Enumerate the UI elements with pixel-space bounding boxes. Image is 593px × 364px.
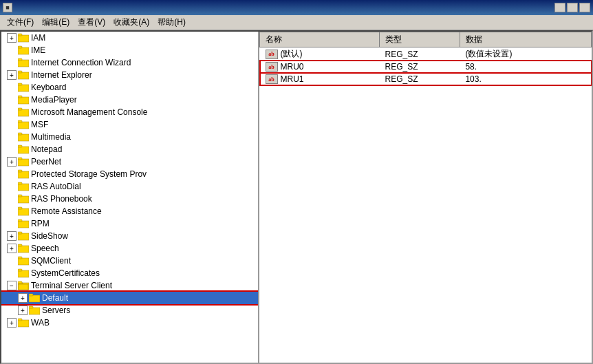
folder-icon-ime <box>18 45 29 55</box>
tree-item-sideshow[interactable]: + SideShow <box>1 230 258 242</box>
minimize-button[interactable] <box>554 3 565 12</box>
svg-rect-49 <box>18 319 22 321</box>
svg-rect-31 <box>18 220 22 222</box>
reg-cell-type-mru1-row: REG_SZ <box>380 73 460 85</box>
svg-rect-19 <box>18 145 22 147</box>
tree-item-sqmclient[interactable]: SQMClient <box>1 255 258 267</box>
svg-rect-24 <box>18 184 29 191</box>
expander-ie[interactable]: + <box>7 70 17 80</box>
tree-item-label-tsclient: Terminal Server Client <box>31 281 112 290</box>
tree-item-mmc[interactable]: Microsoft Management Console <box>1 106 258 118</box>
svg-rect-25 <box>18 182 22 184</box>
expander-sideshow[interactable]: + <box>7 231 17 241</box>
svg-rect-17 <box>18 133 22 135</box>
folder-icon-iam <box>18 33 29 43</box>
reg-row-mru0-row[interactable]: abMRU0REG_SZ58. <box>260 61 592 73</box>
svg-rect-33 <box>18 232 22 234</box>
tree-item-wab[interactable]: + WAB <box>1 317 258 329</box>
tree-item-tsclient[interactable]: − Terminal Server Client <box>1 279 258 292</box>
app-icon: ■ <box>3 3 12 12</box>
svg-rect-12 <box>18 109 29 116</box>
expander-placeholder-systemcerts <box>7 268 17 278</box>
reg-row-mru1-row[interactable]: abMRU1REG_SZ103. <box>260 73 592 85</box>
expander-servers[interactable]: + <box>18 306 28 315</box>
tree-item-rasphonebook[interactable]: RAS Phonebook <box>1 193 258 205</box>
maximize-button[interactable] <box>567 3 578 12</box>
tree-item-peernet[interactable]: + PeerNet <box>1 156 258 168</box>
tree-item-ie[interactable]: + Internet Explorer <box>1 69 258 81</box>
svg-rect-9 <box>18 83 22 85</box>
expander-speech[interactable]: + <box>7 244 17 253</box>
tree-item-keyboard[interactable]: Keyboard <box>1 81 258 94</box>
tree-item-label-multimedia: Multimedia <box>31 132 71 142</box>
expander-tsclient[interactable]: − <box>7 281 17 290</box>
tree-item-servers[interactable]: + Servers <box>1 304 258 317</box>
tree-item-mediaplayer[interactable]: MediaPlayer <box>1 94 258 106</box>
svg-rect-11 <box>18 96 22 98</box>
reg-cell-data-mru0-row: 58. <box>460 61 591 73</box>
svg-rect-22 <box>18 171 29 178</box>
expander-placeholder-mmc <box>7 107 17 117</box>
reg-row-default-row[interactable]: ab(默认)REG_SZ(数值未设置) <box>260 47 592 61</box>
folder-icon-pssp <box>18 169 29 179</box>
svg-rect-36 <box>18 258 29 265</box>
expander-placeholder-pssp <box>7 169 17 179</box>
menu-item-file[interactable]: 文件(F) <box>3 15 38 30</box>
tree-item-label-default: Default <box>42 293 68 303</box>
svg-rect-20 <box>18 159 29 166</box>
tree-item-label-pssp: Protected Storage System Prov <box>31 169 147 179</box>
tree-item-notepad[interactable]: Notepad <box>1 143 258 156</box>
tree-item-systemcerts[interactable]: SystemCertificates <box>1 267 258 279</box>
reg-cell-name-default-row: ab(默认) <box>260 47 380 61</box>
tree-item-label-rasautodial: RAS AutoDial <box>31 182 81 191</box>
svg-rect-48 <box>18 320 29 327</box>
reg-cell-type-mru0-row: REG_SZ <box>380 61 460 73</box>
tree-item-label-servers: Servers <box>42 306 70 315</box>
tree-item-rasautodial[interactable]: RAS AutoDial <box>1 180 258 193</box>
svg-rect-27 <box>18 195 22 197</box>
type-icon-default-row: ab <box>266 50 278 59</box>
expander-wab[interactable]: + <box>7 318 17 328</box>
folder-icon-wab <box>18 318 29 328</box>
tree-item-pssp[interactable]: Protected Storage System Prov <box>1 168 258 180</box>
folder-icon-servers <box>29 306 40 315</box>
expander-placeholder-rasphonebook <box>7 194 17 204</box>
svg-rect-32 <box>18 233 29 240</box>
reg-name-label-default-row: (默认) <box>281 48 303 60</box>
tree-item-label-sqmclient: SQMClient <box>31 256 71 266</box>
tree-item-ime[interactable]: IME <box>1 44 258 56</box>
expander-peernet[interactable]: + <box>7 157 17 167</box>
tree-item-rpm[interactable]: RPM <box>1 217 258 230</box>
col-header-data: 数据 <box>460 32 591 47</box>
tree-item-label-mmc: Microsoft Management Console <box>31 107 147 117</box>
tree-item-multimedia[interactable]: Multimedia <box>1 131 258 143</box>
svg-rect-15 <box>18 120 22 122</box>
svg-rect-3 <box>18 46 22 48</box>
tree-panel[interactable]: + IAM IME Internet Connection Wizard+ In… <box>1 32 259 363</box>
tree-item-msf[interactable]: MSF <box>1 118 258 131</box>
tree-item-iam[interactable]: + IAM <box>1 32 258 44</box>
right-panel[interactable]: 名称 类型 数据 ab(默认)REG_SZ(数值未设置)abMRU0REG_SZ… <box>259 32 592 363</box>
svg-rect-23 <box>18 170 22 172</box>
tree-item-label-iam: IAM <box>31 33 45 43</box>
svg-rect-42 <box>18 281 22 283</box>
tree-item-speech[interactable]: + Speech <box>1 242 258 255</box>
close-button[interactable] <box>579 3 590 12</box>
tree-item-remoteassistance[interactable]: Remote Assistance <box>1 205 258 217</box>
menu-item-favorites[interactable]: 收藏夹(A) <box>109 15 153 30</box>
menu-item-help[interactable]: 帮助(H) <box>153 15 190 30</box>
menu-bar: 文件(F)编辑(E)查看(V)收藏夹(A)帮助(H) <box>0 15 593 30</box>
folder-icon-icw <box>18 58 29 67</box>
menu-item-view[interactable]: 查看(V) <box>74 15 109 30</box>
tree-item-label-sideshow: SideShow <box>31 231 68 241</box>
reg-name-label-mru0-row: MRU0 <box>281 62 304 72</box>
expander-placeholder-msf <box>7 120 17 129</box>
svg-rect-8 <box>18 85 29 92</box>
expander-default[interactable]: + <box>18 293 28 303</box>
tree-item-default[interactable]: + Default <box>1 292 258 304</box>
tree-item-icw[interactable]: Internet Connection Wizard <box>1 56 258 69</box>
tree-item-label-msf: MSF <box>31 120 48 129</box>
folder-icon-tsclient <box>18 281 29 290</box>
expander-iam[interactable]: + <box>7 33 17 43</box>
menu-item-edit[interactable]: 编辑(E) <box>38 15 74 30</box>
